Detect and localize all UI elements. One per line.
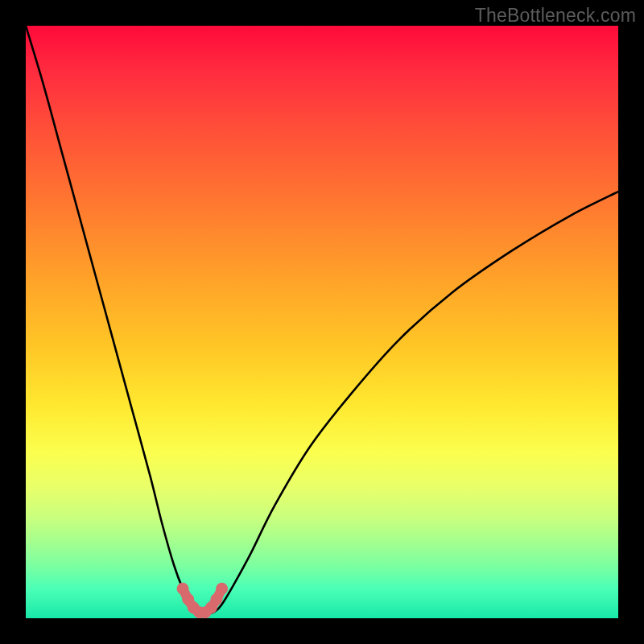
chart-plot-area xyxy=(26,26,618,618)
bottleneck-curve xyxy=(26,26,618,613)
marker-dot xyxy=(210,593,222,605)
marker-dot xyxy=(216,583,228,595)
near-optimum-dots xyxy=(177,583,229,618)
bottleneck-svg xyxy=(26,26,618,618)
watermark-text: TheBottleneck.com xyxy=(475,5,636,27)
marker-dot xyxy=(177,583,189,595)
chart-frame: TheBottleneck.com xyxy=(0,0,644,644)
